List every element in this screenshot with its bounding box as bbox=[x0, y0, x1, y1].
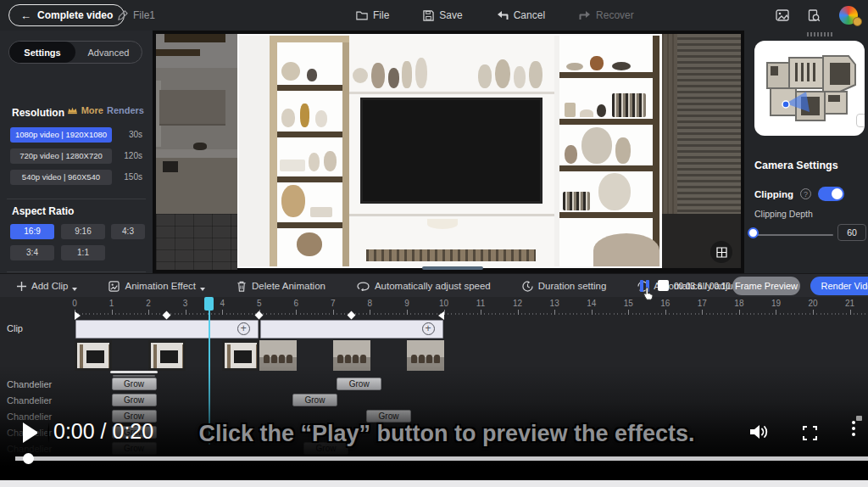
grid-icon[interactable] bbox=[710, 241, 732, 263]
menu-dots-icon[interactable] bbox=[850, 417, 860, 439]
camera-panel: Camera Settings Clipping ? Clipping Dept… bbox=[744, 31, 868, 273]
subtitle-caption: Click the “Play” button to preview the e… bbox=[144, 421, 749, 447]
decor-prop bbox=[590, 56, 604, 70]
ruler-tick bbox=[739, 310, 740, 315]
clipping-depth-handle[interactable] bbox=[748, 227, 759, 238]
file-menu-button[interactable]: File bbox=[351, 8, 394, 22]
video-progress-handle[interactable] bbox=[23, 453, 34, 464]
settings-panel: Settings Advanced Resolution More Render… bbox=[0, 31, 153, 273]
stop-button[interactable] bbox=[658, 280, 669, 291]
animation-chip[interactable]: Grow bbox=[337, 378, 381, 390]
avatar[interactable] bbox=[839, 6, 858, 25]
ruler-tick bbox=[850, 310, 851, 315]
divider bbox=[7, 271, 146, 272]
decor-prop bbox=[324, 151, 337, 171]
ruler-tick bbox=[222, 310, 223, 315]
ruler-label-15: 15 bbox=[620, 299, 637, 308]
aspect-3-4-button[interactable]: 3:4 bbox=[10, 245, 54, 260]
clip-segment[interactable] bbox=[75, 320, 259, 339]
delete-animation-button[interactable]: Delete Animation bbox=[231, 280, 331, 293]
ruler-tick bbox=[296, 310, 297, 315]
tab-settings[interactable]: Settings bbox=[9, 42, 75, 63]
ruler-tick bbox=[333, 310, 334, 315]
ruler-label-11: 11 bbox=[472, 299, 489, 308]
add-clip-button[interactable]: Add Clip bbox=[12, 280, 82, 292]
back-button[interactable]: ← Complete video bbox=[8, 4, 125, 26]
ruler-label-7: 7 bbox=[325, 299, 342, 308]
decor-prop bbox=[514, 66, 526, 88]
redo-icon bbox=[579, 10, 591, 20]
render-preview[interactable] bbox=[153, 31, 744, 273]
duration-540p: 150s bbox=[124, 172, 142, 182]
keyframe-marker[interactable] bbox=[438, 311, 444, 320]
clip-thumbnail[interactable] bbox=[148, 340, 186, 371]
cancel-button[interactable]: Cancel bbox=[492, 8, 550, 22]
floorplan-side-button[interactable] bbox=[856, 114, 865, 127]
clip-thumbnail[interactable] bbox=[222, 340, 259, 371]
plus-icon bbox=[17, 282, 26, 291]
playhead-handle[interactable] bbox=[204, 297, 214, 311]
save-button[interactable]: Save bbox=[418, 8, 467, 22]
decor-prop bbox=[309, 153, 320, 171]
render-video-button[interactable]: Render Video bbox=[810, 277, 868, 295]
decor-prop bbox=[315, 110, 327, 127]
video-time: 0:00 / 0:20 bbox=[53, 419, 153, 444]
clip-thumbnail[interactable] bbox=[407, 340, 444, 371]
adjust-speed-button[interactable]: Automatically adjust speed bbox=[352, 280, 496, 292]
play-button[interactable] bbox=[23, 423, 49, 443]
resolution-1080p-button[interactable]: 1080p video | 1920X1080 bbox=[10, 127, 112, 143]
floorplan-preview[interactable] bbox=[754, 41, 865, 136]
recover-button[interactable]: Recover bbox=[574, 8, 639, 22]
add-keyframe-icon[interactable]: + bbox=[237, 322, 250, 335]
clipping-depth-value[interactable]: 60 bbox=[837, 224, 866, 241]
clipping-depth-slider[interactable] bbox=[753, 234, 833, 236]
ruler-label-5: 5 bbox=[251, 299, 268, 308]
aspect-4-3-button[interactable]: 4:3 bbox=[111, 224, 145, 239]
ruler-label-3: 3 bbox=[177, 299, 194, 308]
divider bbox=[7, 199, 146, 199]
ruler-tick bbox=[370, 310, 370, 315]
animation-effect-button[interactable]: Animation Effect bbox=[103, 280, 210, 293]
dropdown-caret-icon bbox=[200, 288, 205, 291]
frame-preview-button[interactable]: Frame Preview bbox=[732, 277, 800, 295]
decor-prop bbox=[281, 62, 300, 81]
preview-scrollbar[interactable] bbox=[422, 266, 483, 270]
aspect-16-9-button[interactable]: 16:9 bbox=[10, 224, 54, 239]
mouse-cursor bbox=[643, 287, 654, 301]
image-icon[interactable] bbox=[776, 9, 789, 21]
volume-icon[interactable] bbox=[749, 423, 769, 440]
resolution-540p-button[interactable]: 540p video | 960X540 bbox=[10, 170, 112, 185]
aspect-1-1-button[interactable]: 1:1 bbox=[61, 245, 105, 260]
clip-thumbnail[interactable] bbox=[75, 340, 112, 371]
animation-chip[interactable]: Grow bbox=[112, 378, 157, 390]
file-name[interactable]: File1 bbox=[117, 0, 155, 31]
ruler-label-12: 12 bbox=[509, 299, 526, 308]
keyframe-marker[interactable] bbox=[75, 311, 81, 320]
fullscreen-icon[interactable] bbox=[803, 426, 817, 440]
add-keyframe-icon[interactable]: + bbox=[422, 322, 435, 335]
save-icon bbox=[423, 10, 434, 21]
ruler-label-9: 9 bbox=[398, 299, 415, 308]
animation-chip[interactable]: Grow bbox=[292, 394, 337, 406]
tab-advanced[interactable]: Advanced bbox=[75, 42, 142, 63]
drag-grip-icon[interactable] bbox=[807, 32, 832, 36]
duration-setting-button[interactable]: Duration setting bbox=[517, 280, 612, 293]
timeline-scrollbar[interactable] bbox=[110, 371, 158, 373]
decor-prop bbox=[612, 62, 631, 70]
clip-segment[interactable] bbox=[260, 320, 443, 339]
more-renders-link[interactable]: More Renders bbox=[67, 105, 144, 115]
aspect-9-16-button[interactable]: 9:16 bbox=[61, 224, 105, 239]
clipping-toggle[interactable] bbox=[818, 187, 844, 201]
document-search-icon[interactable] bbox=[808, 9, 821, 22]
animation-chip[interactable]: Grow bbox=[112, 394, 157, 406]
clip-thumbnail[interactable] bbox=[333, 340, 370, 371]
video-progress-bar[interactable] bbox=[15, 456, 868, 461]
decor-prop bbox=[612, 93, 646, 117]
decor-prop bbox=[307, 69, 317, 81]
clip-thumbnail[interactable] bbox=[259, 340, 297, 371]
resolution-720p-button[interactable]: 720p video | 1280X720 bbox=[10, 148, 112, 164]
ruler-label-14: 14 bbox=[583, 299, 600, 308]
question-icon[interactable]: ? bbox=[800, 188, 811, 199]
app-window: ← Complete video File1 File Save bbox=[0, 0, 868, 487]
ruler-label-2: 2 bbox=[140, 299, 157, 308]
